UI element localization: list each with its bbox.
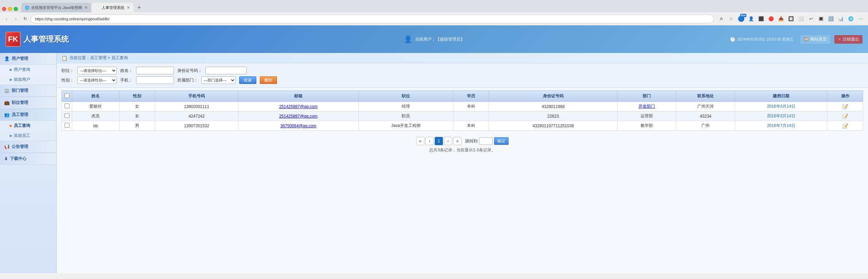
search-button[interactable]: 搜索 xyxy=(239,76,256,84)
page-first-btn[interactable]: « xyxy=(416,137,424,145)
window-controls xyxy=(2,7,18,12)
user-mgmt-icon: 👤 xyxy=(4,56,10,61)
row2-actions: 📝 xyxy=(827,111,863,121)
pagination-info: 总共3条记录，当前显示1-3条记录。 xyxy=(62,147,863,155)
logout-button[interactable]: ✕ 注销退出 xyxy=(834,35,863,44)
reload-button[interactable]: ↻ xyxy=(21,15,29,23)
extension-10[interactable]: 🌐 xyxy=(846,14,855,23)
phone-label: 手机： xyxy=(120,77,133,83)
download-icon: ⬇ xyxy=(4,156,8,161)
row1-edit-icon[interactable]: 📝 xyxy=(842,104,848,109)
page-prev-btn[interactable]: ‹ xyxy=(425,137,434,145)
page-confirm-btn[interactable]: 确定 xyxy=(494,137,509,145)
tab-1-label: 在线预览管理平台-Java智慧阁 xyxy=(31,5,82,10)
extension-4[interactable]: 🔲 xyxy=(787,14,795,23)
extension-8[interactable]: 🔢 xyxy=(826,14,835,23)
table-row: bb 男 13907351532 36750064@qq.com Java开发工… xyxy=(62,121,863,131)
extension-6[interactable]: ↩ xyxy=(806,14,815,23)
position-select[interactable]: —请选择职位— 经理 职员 Java开发工程师 xyxy=(77,67,117,74)
header-center-info: 👤 当前用户：【超级管理员】 xyxy=(404,35,465,43)
app-title: 人事管理系统 xyxy=(23,34,69,44)
menu-button[interactable]: ⋯ xyxy=(856,14,865,23)
row3-dept: 教学部 xyxy=(617,121,676,131)
col-action: 操作 xyxy=(827,91,863,102)
new-button[interactable]: 🔵 New xyxy=(737,14,746,23)
id-input[interactable] xyxy=(205,67,247,74)
tab-add-button[interactable]: + xyxy=(135,3,144,12)
tab-1[interactable]: 🌐 在线预览管理平台-Java智慧阁 ✕ xyxy=(21,3,91,12)
pos-label: 职位管理 xyxy=(12,100,28,106)
pagination-controls: « ‹ 1 › » 跳转到 确定 xyxy=(62,135,863,147)
extension-9[interactable]: 📊 xyxy=(836,14,845,23)
logout-label: 注销退出 xyxy=(843,36,859,42)
name-input[interactable] xyxy=(136,67,174,74)
row3-email-link[interactable]: 36750064@qq.com xyxy=(280,124,316,128)
row2-gender: 女 xyxy=(119,111,155,121)
tab-1-close[interactable]: ✕ xyxy=(85,6,88,10)
window-control-close[interactable] xyxy=(2,7,6,11)
extension-7[interactable]: 🔳 xyxy=(816,14,825,23)
header-right-area: 🕐 2024年05月03日 18:53:00 星期五 🏠 网站首页 ✕ 注销退出 xyxy=(730,35,863,44)
sidebar-group-header-pos[interactable]: 💼 职位管理 xyxy=(0,97,56,109)
extension-5[interactable]: ⬜ xyxy=(797,14,805,23)
sidebar-item-emp-add[interactable]: 添加员工 xyxy=(0,131,56,141)
row1-dept-link[interactable]: 开发部门 xyxy=(638,104,655,109)
position-label: 职位： xyxy=(62,68,74,74)
page-1-btn[interactable]: 1 xyxy=(435,137,443,145)
forward-button[interactable]: › xyxy=(12,15,20,23)
extension-2[interactable]: 🔴 xyxy=(767,14,776,23)
main-layout: 👤 用户管理 用户查询 添加用户 🏢 部门管理 xyxy=(0,53,868,273)
extension-3[interactable]: 📥 xyxy=(777,14,786,23)
row1-checkbox[interactable] xyxy=(65,104,69,108)
row3-phone: 13907351532 xyxy=(155,121,238,131)
breadcrumb-bar: 📋 当前位置：员工管理 > 员工查询 xyxy=(57,53,868,63)
sidebar-item-user-add[interactable]: 添加用户 xyxy=(0,75,56,85)
table-header-row: 姓名 性别 手机号码 邮箱 职位 学历 身份证号码 部门 联系地址 建档日期 操… xyxy=(62,91,863,102)
row2-edit-icon[interactable]: 📝 xyxy=(842,114,848,119)
sidebar-group-header-user[interactable]: 👤 用户管理 xyxy=(0,53,56,65)
page-next-btn[interactable]: › xyxy=(444,137,452,145)
table-body: 爱丽丝 女 13902001111 251425887@qq.com 经理 本科… xyxy=(62,102,863,131)
select-all-checkbox[interactable] xyxy=(65,93,69,98)
row3-name: bb xyxy=(72,121,120,131)
sidebar-item-user-list[interactable]: 用户查询 xyxy=(0,65,56,75)
extension-1[interactable]: ⬛ xyxy=(757,14,766,23)
sidebar-item-emp-list[interactable]: 员工查询 xyxy=(0,121,56,131)
phone-input[interactable] xyxy=(136,76,174,84)
translate-button[interactable]: A xyxy=(717,14,726,23)
row2-checkbox[interactable] xyxy=(65,113,69,118)
window-control-minimize[interactable] xyxy=(8,7,12,11)
home-button[interactable]: 🏠 网站首页 xyxy=(800,35,830,44)
user-avatar-icon: 👤 xyxy=(404,35,412,43)
tab-2[interactable]: 📄 人事管理系统 ✕ xyxy=(92,3,133,12)
gender-select[interactable]: —请选择性别— 男 女 xyxy=(77,76,117,84)
window-control-maximize[interactable] xyxy=(14,7,18,11)
app-header: FK 人事管理系统 👤 当前用户：【超级管理员】 🕐 2024年05月03日 1… xyxy=(0,25,868,53)
page-jump-input[interactable] xyxy=(479,137,493,145)
row1-gender: 女 xyxy=(119,102,155,111)
dept-select[interactable]: —部门选择— 开发部门 运营部 教学部 xyxy=(201,76,236,84)
sidebar-group-header-notice[interactable]: 📢 公告管理 xyxy=(0,141,56,153)
back-button[interactable]: ‹ xyxy=(3,15,10,23)
browser-chrome: 🌐 在线预览管理平台-Java智慧阁 ✕ 📄 人事管理系统 ✕ + ‹ › ↻ … xyxy=(0,0,868,25)
sidebar-group-header-dept[interactable]: 🏢 部门管理 xyxy=(0,85,56,97)
row3-edit-icon[interactable]: 📝 xyxy=(842,123,848,129)
reset-button[interactable]: 删除 xyxy=(260,76,277,84)
page-last-btn[interactable]: » xyxy=(453,137,461,145)
bookmark-button[interactable]: ☆ xyxy=(727,14,736,23)
address-input[interactable] xyxy=(31,14,714,23)
row3-checkbox[interactable] xyxy=(65,123,69,128)
row2-email-link[interactable]: 251425887@qq.com xyxy=(279,114,318,119)
sidebar-group-dept: 🏢 部门管理 xyxy=(0,85,56,97)
sidebar-group-header-download[interactable]: ⬇ 下载中心 xyxy=(0,153,56,165)
tab-2-close[interactable]: ✕ xyxy=(127,6,130,10)
sidebar-group-header-emp[interactable]: 👥 员工管理 xyxy=(0,109,56,121)
row3-address: 广州 xyxy=(676,121,735,131)
row1-date: 2016年3月14日 xyxy=(735,102,827,111)
row1-email-link[interactable]: 251425887@qq.com xyxy=(279,104,318,109)
profile-button[interactable]: 👤 xyxy=(747,14,756,23)
row2-email: 251425887@qq.com xyxy=(238,111,358,121)
download-label: 下载中心 xyxy=(10,156,26,162)
row2-position: 职员 xyxy=(358,111,453,121)
row3-education: 本科 xyxy=(453,121,489,131)
